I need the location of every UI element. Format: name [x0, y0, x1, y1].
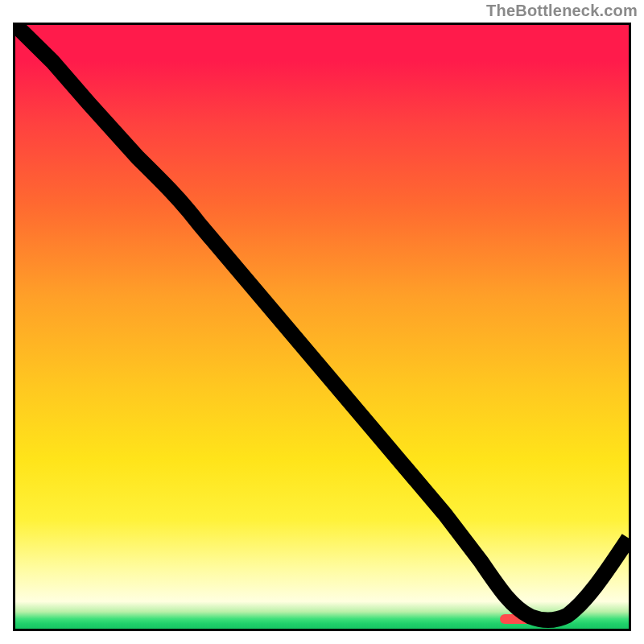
chart-svg: [15, 25, 629, 629]
bottleneck-curve: [15, 25, 629, 620]
chart-container: TheBottleneck.com: [0, 0, 644, 644]
attribution-label: TheBottleneck.com: [486, 2, 638, 20]
plot-area: [13, 23, 631, 631]
